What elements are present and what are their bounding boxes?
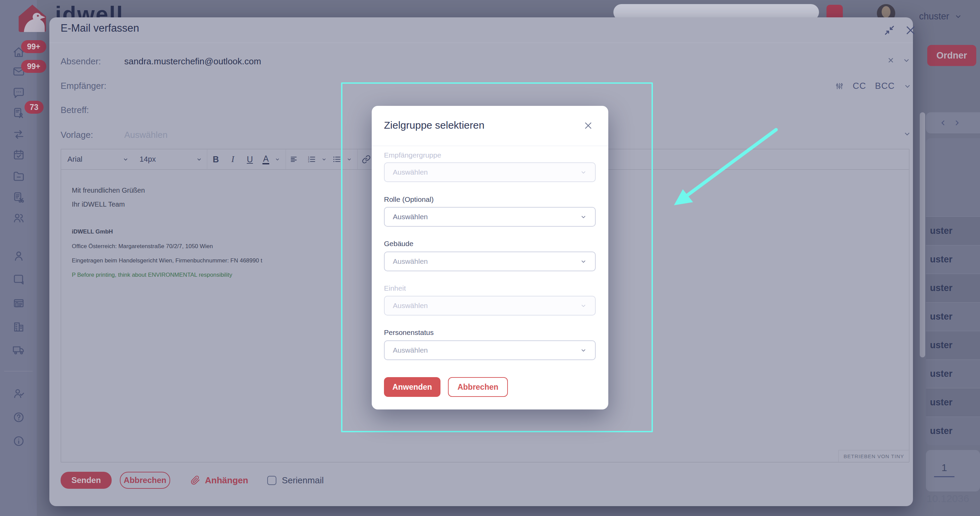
sidebar-item-chat[interactable]	[13, 87, 25, 99]
italic-button[interactable]: I	[224, 150, 241, 169]
ordered-list-chevron[interactable]	[320, 156, 328, 162]
sidebar-item-approvals[interactable]	[13, 387, 25, 400]
sidebar-item-buildings[interactable]	[13, 321, 25, 333]
paperclip-icon	[191, 476, 200, 485]
bullet-list-button[interactable]	[328, 150, 345, 169]
contacts-icon	[13, 212, 25, 224]
list-item[interactable]: uster	[926, 245, 980, 274]
template-row-icons	[903, 130, 911, 138]
sidebar-item-contacts[interactable]	[13, 212, 25, 224]
building-select[interactable]: Auswählen	[384, 252, 596, 271]
sidebar-item-templates[interactable]	[13, 191, 25, 204]
clear-icon[interactable]	[887, 56, 895, 64]
chevron-down-icon	[275, 156, 280, 162]
chevron-right-icon[interactable]	[953, 118, 961, 127]
template-row[interactable]: Vorlage: Auswählen	[60, 126, 167, 143]
text-color-chevron[interactable]	[273, 156, 282, 162]
sidebar-item-newsboard[interactable]	[13, 297, 25, 309]
body-line: Mit freundlichen Grüßen	[72, 186, 145, 194]
sidebar-item-folder[interactable]	[13, 170, 25, 182]
close-icon	[583, 120, 593, 131]
chevron-down-icon	[954, 12, 962, 21]
serial-mail-checkbox[interactable]	[267, 476, 277, 485]
role-select[interactable]: Auswählen	[384, 207, 596, 227]
close-button[interactable]	[904, 24, 917, 37]
font-family-select[interactable]: Arial	[61, 150, 134, 169]
ordered-list-button[interactable]: 123	[303, 150, 320, 169]
person-status-select[interactable]: Auswählen	[384, 340, 596, 360]
align-left-icon	[290, 155, 299, 164]
sidebar-item-info[interactable]	[13, 435, 25, 447]
chevron-down-icon	[123, 156, 129, 162]
chevron-down-icon	[347, 156, 352, 162]
sidebar-item-profile[interactable]	[13, 250, 25, 262]
chevron-down-icon[interactable]	[904, 82, 912, 90]
sidebar-item-transfers[interactable]	[13, 128, 25, 140]
body-line: Eingetragen beim Handelsgericht Wien, Fi…	[72, 257, 262, 264]
user-menu[interactable]: chuster	[919, 10, 962, 23]
truck-icon	[13, 344, 25, 356]
attach-button[interactable]: Anhängen	[191, 475, 248, 486]
unit-select: Auswählen	[384, 296, 596, 315]
bcc-button[interactable]: BCC	[875, 81, 895, 91]
chevron-down-icon[interactable]	[903, 130, 911, 138]
version-label: 10.12036	[927, 493, 969, 505]
folder-button[interactable]: Ordner	[927, 45, 976, 66]
underline-button[interactable]: U	[241, 150, 258, 169]
subject-label: Betreff:	[60, 105, 124, 115]
list-item[interactable]: uster	[926, 417, 980, 445]
chevron-left-icon[interactable]	[939, 118, 948, 127]
body-line: Ihr iDWELL Team	[72, 201, 125, 208]
calendar-check-icon	[13, 149, 25, 161]
apply-button[interactable]: Anwenden	[384, 377, 441, 397]
minimize-button[interactable]	[883, 24, 896, 37]
send-button[interactable]: Senden	[60, 472, 111, 489]
svg-text:3: 3	[308, 160, 309, 163]
cancel-button[interactable]: Abbrechen	[120, 472, 170, 489]
document-scissors-icon	[13, 191, 25, 204]
list-item[interactable]: uster	[926, 217, 980, 245]
help-icon	[13, 411, 25, 424]
list-item[interactable]: uster	[926, 360, 980, 388]
font-size-select[interactable]: 14px	[134, 150, 207, 169]
filter-sliders-icon[interactable]	[835, 82, 844, 91]
sender-row-icons	[887, 56, 910, 64]
sidebar-item-requests[interactable]	[13, 107, 25, 119]
chevron-down-icon[interactable]	[902, 56, 910, 64]
list-item[interactable]: uster	[926, 388, 980, 417]
list-item[interactable]: uster	[926, 331, 980, 360]
list-item[interactable]: uster	[926, 302, 980, 331]
transfer-arrows-icon	[13, 128, 25, 140]
dialog-close-button[interactable]	[583, 120, 593, 131]
person-icon	[13, 250, 25, 262]
bold-button[interactable]: B	[207, 150, 224, 169]
scrollbar[interactable]	[920, 112, 925, 357]
bullet-list-icon	[332, 155, 341, 164]
attach-label: Anhängen	[205, 475, 248, 486]
idwell-logo-icon[interactable]	[16, 3, 49, 33]
list-item[interactable]: uster	[926, 274, 980, 302]
target-group-dialog: Zielgruppe selektieren Empfängergruppe A…	[372, 106, 608, 409]
bullet-list-chevron[interactable]	[345, 156, 353, 162]
sidebar-item-calendar[interactable]	[13, 149, 25, 161]
recipient-group-label: Empfängergruppe	[384, 151, 441, 159]
role-label: Rolle (Optional)	[384, 195, 434, 204]
sidebar-item-logistics[interactable]	[13, 344, 25, 356]
page-number-card: 1	[926, 450, 980, 492]
chevron-down-icon	[580, 347, 587, 354]
cc-button[interactable]: CC	[853, 81, 866, 91]
background-contact-list: uster uster uster uster uster uster uste…	[926, 138, 980, 445]
sidebar-item-feedback[interactable]	[13, 273, 25, 285]
dialog-cancel-button[interactable]: Abbrechen	[448, 377, 508, 397]
dialog-actions: Anwenden Abbrechen	[384, 377, 508, 397]
request-document-icon	[13, 107, 25, 119]
sidebar-item-help[interactable]	[13, 411, 25, 424]
subject-row[interactable]: Betreff:	[60, 102, 124, 118]
page-number[interactable]: 1	[934, 462, 955, 477]
body-line: P Before printing, think about ENVIRONME…	[72, 272, 232, 279]
recipient-row[interactable]: Empfänger:	[60, 77, 124, 94]
align-button[interactable]	[286, 150, 303, 169]
chat-icon	[13, 87, 25, 99]
text-color-button[interactable]: A	[258, 150, 273, 169]
serial-mail-option: Serienmail	[267, 475, 324, 486]
